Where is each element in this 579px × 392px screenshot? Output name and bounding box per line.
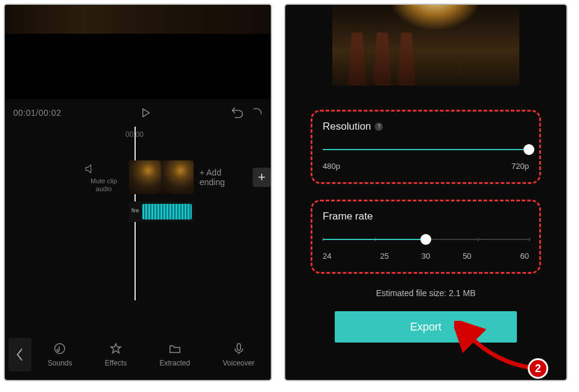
preview-thumbnail-strip bbox=[5, 5, 271, 34]
video-clip[interactable] bbox=[161, 160, 193, 194]
tab-label: Extracted bbox=[159, 359, 190, 367]
tab-extracted[interactable]: Extracted bbox=[159, 342, 190, 367]
resolution-max-label: 720p bbox=[511, 162, 529, 171]
timeline[interactable]: 00:00 Mute clipaudio Add ending + fire bbox=[5, 127, 271, 300]
add-ending-label: Add ending bbox=[200, 168, 247, 187]
framerate-tick-label: 60 bbox=[488, 251, 529, 261]
back-button[interactable] bbox=[8, 338, 31, 371]
play-button[interactable] bbox=[139, 107, 151, 119]
help-icon[interactable]: ? bbox=[375, 122, 383, 131]
export-button[interactable]: Export bbox=[335, 311, 517, 343]
framerate-group: Frame rate 24 25 30 50 60 bbox=[313, 202, 539, 271]
resolution-title: Resolution bbox=[323, 121, 371, 133]
undo-button[interactable] bbox=[230, 107, 244, 119]
resolution-slider[interactable] bbox=[323, 144, 529, 156]
resolution-min-label: 480p bbox=[323, 162, 340, 171]
transport-bar: 00:01/00:02 bbox=[5, 99, 271, 127]
slider-thumb[interactable] bbox=[420, 234, 431, 245]
video-track: Add ending + bbox=[129, 160, 271, 194]
mic-icon bbox=[232, 342, 245, 355]
editor-screen: 00:01/00:02 00:00 Mute clipaudio Add end… bbox=[4, 4, 272, 381]
chevron-left-icon bbox=[16, 348, 24, 361]
framerate-title: Frame rate bbox=[323, 210, 373, 223]
slider-thumb[interactable] bbox=[524, 144, 534, 155]
video-preview[interactable] bbox=[5, 5, 271, 99]
framerate-tick-label: 24 bbox=[323, 251, 364, 261]
time-display: 00:01/00:02 bbox=[13, 108, 61, 118]
estimated-size-label: Estimated file size: 2.1 MB bbox=[313, 288, 539, 298]
speaker-muted-icon bbox=[83, 163, 96, 175]
redo-button[interactable] bbox=[253, 107, 262, 119]
video-clip[interactable] bbox=[129, 160, 161, 194]
framerate-slider[interactable] bbox=[323, 233, 529, 245]
tab-label: Voiceover bbox=[223, 359, 255, 367]
framerate-tick-label: 30 bbox=[405, 251, 446, 261]
tab-voiceover[interactable]: Voiceover bbox=[223, 342, 255, 367]
export-settings-screen: Resolution ? 480p 720p Frame rate bbox=[284, 4, 568, 381]
music-note-icon bbox=[53, 342, 66, 355]
framerate-tick-label: 25 bbox=[364, 251, 405, 261]
svg-point-0 bbox=[55, 344, 65, 354]
tab-effects[interactable]: Effects bbox=[105, 342, 127, 367]
svg-rect-1 bbox=[237, 344, 241, 350]
tab-sounds[interactable]: Sounds bbox=[48, 342, 72, 367]
annotation-number-badge: 2 bbox=[528, 358, 548, 379]
star-icon bbox=[109, 342, 122, 355]
audio-clip-label: fire bbox=[131, 207, 139, 213]
plus-icon: + bbox=[253, 168, 271, 187]
folder-icon bbox=[168, 342, 182, 355]
resolution-group: Resolution ? 480p 720p bbox=[313, 112, 539, 182]
tab-label: Effects bbox=[105, 359, 127, 367]
mute-clip-audio-button[interactable]: Mute clipaudio bbox=[83, 163, 124, 193]
bottom-toolbar: Sounds Effects Extracted Voiceover bbox=[5, 329, 271, 380]
export-button-label: Export bbox=[410, 321, 441, 334]
add-ending-button[interactable]: Add ending + bbox=[200, 168, 271, 187]
tab-label: Sounds bbox=[48, 359, 72, 367]
audio-clip[interactable]: fire bbox=[129, 201, 194, 222]
framerate-tick-label: 50 bbox=[446, 251, 487, 261]
export-preview-thumbnail bbox=[332, 4, 519, 86]
